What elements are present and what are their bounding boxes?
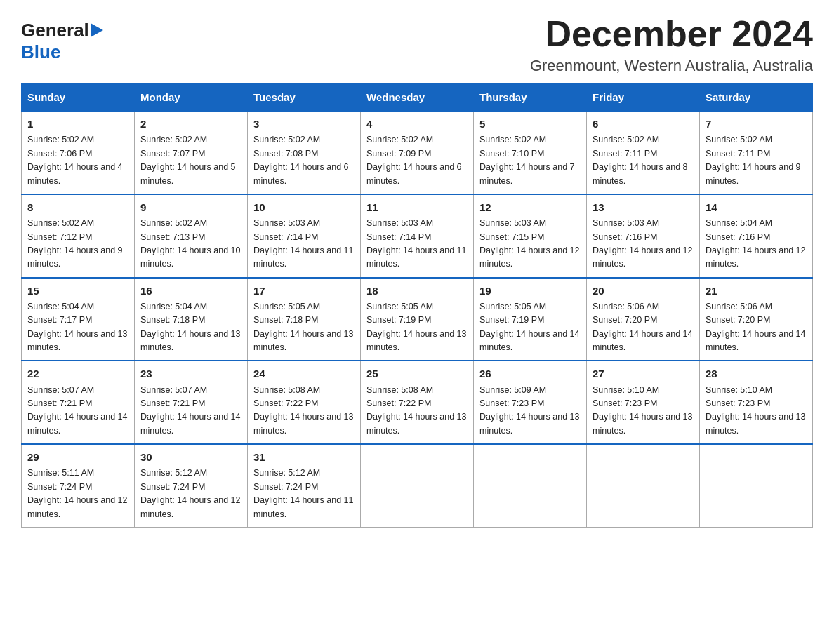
calendar-cell: 11 Sunrise: 5:03 AMSunset: 7:14 PMDaylig… bbox=[361, 194, 474, 278]
calendar-cell: 23 Sunrise: 5:07 AMSunset: 7:21 PMDaylig… bbox=[135, 361, 248, 444]
day-number: 2 bbox=[140, 116, 241, 132]
day-info: Sunrise: 5:05 AMSunset: 7:19 PMDaylight:… bbox=[479, 302, 579, 352]
calendar-cell: 8 Sunrise: 5:02 AMSunset: 7:12 PMDayligh… bbox=[22, 194, 135, 278]
calendar-cell: 10 Sunrise: 5:03 AMSunset: 7:14 PMDaylig… bbox=[248, 194, 361, 278]
calendar-cell: 31 Sunrise: 5:12 AMSunset: 7:24 PMDaylig… bbox=[248, 444, 361, 527]
title-area: December 2024 Greenmount, Western Austra… bbox=[530, 14, 813, 75]
day-number: 25 bbox=[366, 365, 468, 382]
day-info: Sunrise: 5:08 AMSunset: 7:22 PMDaylight:… bbox=[253, 385, 353, 436]
col-header-sunday: Sunday bbox=[22, 84, 135, 112]
calendar-cell bbox=[587, 444, 700, 527]
day-number: 7 bbox=[706, 116, 807, 132]
week-row-5: 29 Sunrise: 5:11 AMSunset: 7:24 PMDaylig… bbox=[22, 444, 813, 527]
day-number: 5 bbox=[479, 116, 581, 132]
calendar-cell: 1 Sunrise: 5:02 AMSunset: 7:06 PMDayligh… bbox=[22, 111, 135, 194]
day-number: 19 bbox=[479, 283, 581, 299]
day-number: 23 bbox=[140, 365, 241, 382]
day-info: Sunrise: 5:10 AMSunset: 7:23 PMDaylight:… bbox=[706, 385, 805, 436]
day-number: 31 bbox=[253, 449, 355, 465]
day-info: Sunrise: 5:02 AMSunset: 7:13 PMDaylight:… bbox=[140, 218, 240, 269]
day-number: 12 bbox=[479, 199, 581, 215]
day-number: 9 bbox=[140, 199, 241, 215]
calendar-cell: 13 Sunrise: 5:03 AMSunset: 7:16 PMDaylig… bbox=[587, 194, 700, 278]
day-number: 20 bbox=[593, 283, 694, 299]
col-header-thursday: Thursday bbox=[474, 84, 587, 112]
col-header-saturday: Saturday bbox=[700, 84, 813, 112]
day-number: 6 bbox=[593, 116, 694, 132]
day-info: Sunrise: 5:02 AMSunset: 7:07 PMDaylight:… bbox=[140, 135, 236, 185]
calendar-cell: 4 Sunrise: 5:02 AMSunset: 7:09 PMDayligh… bbox=[361, 111, 474, 194]
calendar-cell: 17 Sunrise: 5:05 AMSunset: 7:18 PMDaylig… bbox=[248, 278, 361, 361]
day-number: 29 bbox=[27, 449, 128, 465]
day-info: Sunrise: 5:03 AMSunset: 7:14 PMDaylight:… bbox=[253, 218, 353, 269]
day-info: Sunrise: 5:08 AMSunset: 7:22 PMDaylight:… bbox=[366, 385, 466, 436]
day-info: Sunrise: 5:07 AMSunset: 7:21 PMDaylight:… bbox=[140, 385, 240, 436]
day-number: 30 bbox=[140, 449, 241, 465]
day-number: 1 bbox=[27, 116, 128, 132]
day-info: Sunrise: 5:06 AMSunset: 7:20 PMDaylight:… bbox=[593, 302, 692, 352]
day-number: 17 bbox=[253, 283, 355, 299]
logo-general-text: General bbox=[21, 20, 89, 41]
day-number: 18 bbox=[366, 283, 468, 299]
calendar-cell: 24 Sunrise: 5:08 AMSunset: 7:22 PMDaylig… bbox=[248, 361, 361, 444]
day-info: Sunrise: 5:05 AMSunset: 7:18 PMDaylight:… bbox=[253, 302, 353, 352]
day-number: 8 bbox=[27, 199, 128, 215]
day-info: Sunrise: 5:07 AMSunset: 7:21 PMDaylight:… bbox=[27, 385, 127, 436]
calendar-header-row: SundayMondayTuesdayWednesdayThursdayFrid… bbox=[22, 84, 813, 112]
calendar-cell: 6 Sunrise: 5:02 AMSunset: 7:11 PMDayligh… bbox=[587, 111, 700, 194]
week-row-3: 15 Sunrise: 5:04 AMSunset: 7:17 PMDaylig… bbox=[22, 278, 813, 361]
calendar-cell: 27 Sunrise: 5:10 AMSunset: 7:23 PMDaylig… bbox=[587, 361, 700, 444]
calendar-cell: 5 Sunrise: 5:02 AMSunset: 7:10 PMDayligh… bbox=[474, 111, 587, 194]
day-number: 13 bbox=[593, 199, 694, 215]
day-number: 10 bbox=[253, 199, 355, 215]
day-number: 26 bbox=[479, 365, 581, 382]
col-header-tuesday: Tuesday bbox=[248, 84, 361, 112]
col-header-wednesday: Wednesday bbox=[361, 84, 474, 112]
calendar-table: SundayMondayTuesdayWednesdayThursdayFrid… bbox=[21, 83, 813, 528]
logo-area: General Blue bbox=[21, 14, 103, 63]
day-info: Sunrise: 5:04 AMSunset: 7:18 PMDaylight:… bbox=[140, 302, 240, 352]
day-number: 28 bbox=[706, 365, 807, 382]
calendar-cell: 15 Sunrise: 5:04 AMSunset: 7:17 PMDaylig… bbox=[22, 278, 135, 361]
week-row-4: 22 Sunrise: 5:07 AMSunset: 7:21 PMDaylig… bbox=[22, 361, 813, 444]
day-info: Sunrise: 5:02 AMSunset: 7:10 PMDaylight:… bbox=[479, 135, 575, 185]
calendar-cell: 19 Sunrise: 5:05 AMSunset: 7:19 PMDaylig… bbox=[474, 278, 587, 361]
day-info: Sunrise: 5:03 AMSunset: 7:16 PMDaylight:… bbox=[593, 218, 692, 269]
calendar-cell: 28 Sunrise: 5:10 AMSunset: 7:23 PMDaylig… bbox=[700, 361, 813, 444]
day-number: 21 bbox=[706, 283, 807, 299]
week-row-2: 8 Sunrise: 5:02 AMSunset: 7:12 PMDayligh… bbox=[22, 194, 813, 278]
calendar-cell: 14 Sunrise: 5:04 AMSunset: 7:16 PMDaylig… bbox=[700, 194, 813, 278]
day-number: 11 bbox=[366, 199, 468, 215]
month-title: December 2024 bbox=[530, 14, 813, 54]
day-info: Sunrise: 5:02 AMSunset: 7:11 PMDaylight:… bbox=[706, 135, 801, 185]
day-info: Sunrise: 5:02 AMSunset: 7:08 PMDaylight:… bbox=[253, 135, 349, 185]
day-number: 24 bbox=[253, 365, 355, 382]
page-header: General Blue December 2024 Greenmount, W… bbox=[21, 14, 813, 75]
day-number: 22 bbox=[27, 365, 128, 382]
calendar-cell: 29 Sunrise: 5:11 AMSunset: 7:24 PMDaylig… bbox=[22, 444, 135, 527]
day-number: 3 bbox=[253, 116, 355, 132]
day-number: 4 bbox=[366, 116, 468, 132]
day-info: Sunrise: 5:03 AMSunset: 7:15 PMDaylight:… bbox=[479, 218, 579, 269]
day-number: 15 bbox=[27, 283, 128, 299]
calendar-cell: 3 Sunrise: 5:02 AMSunset: 7:08 PMDayligh… bbox=[248, 111, 361, 194]
calendar-cell: 30 Sunrise: 5:12 AMSunset: 7:24 PMDaylig… bbox=[135, 444, 248, 527]
week-row-1: 1 Sunrise: 5:02 AMSunset: 7:06 PMDayligh… bbox=[22, 111, 813, 194]
col-header-friday: Friday bbox=[587, 84, 700, 112]
day-info: Sunrise: 5:02 AMSunset: 7:06 PMDaylight:… bbox=[27, 135, 123, 185]
day-number: 16 bbox=[140, 283, 241, 299]
calendar-cell: 21 Sunrise: 5:06 AMSunset: 7:20 PMDaylig… bbox=[700, 278, 813, 361]
day-info: Sunrise: 5:12 AMSunset: 7:24 PMDaylight:… bbox=[140, 468, 240, 518]
logo-blue-text: Blue bbox=[21, 41, 60, 62]
calendar-cell: 26 Sunrise: 5:09 AMSunset: 7:23 PMDaylig… bbox=[474, 361, 587, 444]
logo-flag-icon bbox=[91, 23, 103, 37]
day-number: 27 bbox=[593, 365, 694, 382]
day-info: Sunrise: 5:12 AMSunset: 7:24 PMDaylight:… bbox=[253, 468, 353, 518]
calendar-cell bbox=[361, 444, 474, 527]
day-info: Sunrise: 5:05 AMSunset: 7:19 PMDaylight:… bbox=[366, 302, 466, 352]
day-info: Sunrise: 5:03 AMSunset: 7:14 PMDaylight:… bbox=[366, 218, 466, 269]
day-number: 14 bbox=[706, 199, 807, 215]
day-info: Sunrise: 5:11 AMSunset: 7:24 PMDaylight:… bbox=[27, 468, 127, 518]
calendar-cell bbox=[700, 444, 813, 527]
day-info: Sunrise: 5:02 AMSunset: 7:12 PMDaylight:… bbox=[27, 218, 123, 269]
